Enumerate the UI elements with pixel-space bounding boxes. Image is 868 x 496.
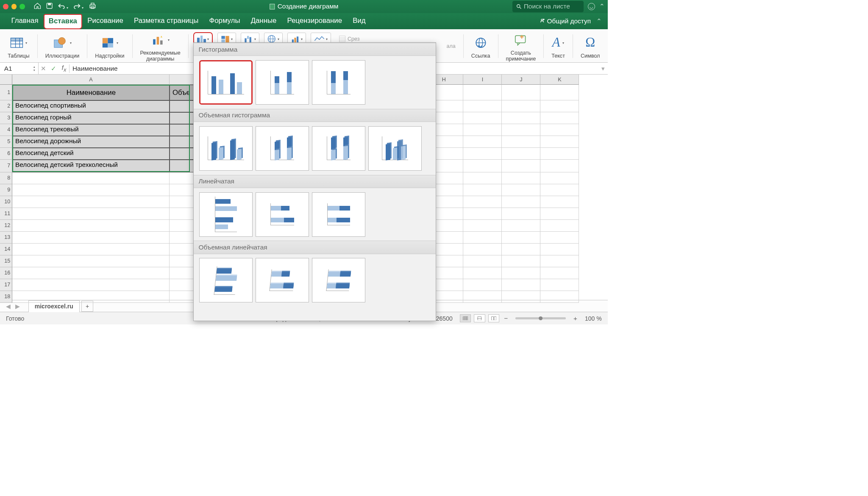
chart-100-stacked-column[interactable] (312, 60, 365, 105)
text-button[interactable]: A▾ Текст (548, 34, 568, 59)
symbol-button[interactable]: Ω Символ (578, 34, 603, 59)
cancel-formula-button[interactable]: ✕ (39, 65, 49, 72)
chart-stacked-column[interactable] (256, 60, 309, 105)
window-zoom-icon[interactable] (19, 4, 25, 9)
cell[interactable] (12, 267, 170, 279)
row-header[interactable]: 3 (0, 112, 12, 124)
view-normal-button[interactable] (460, 314, 471, 323)
cell[interactable] (540, 208, 579, 220)
hyperlink-button[interactable]: Ссылка (468, 34, 493, 59)
tab-review[interactable]: Рецензирование (282, 14, 348, 29)
chart-clustered-column[interactable] (199, 60, 253, 105)
cell[interactable] (502, 196, 540, 208)
cell[interactable] (540, 100, 579, 112)
cell[interactable] (463, 148, 502, 160)
cell[interactable]: Наименование (12, 85, 170, 100)
cell[interactable] (463, 196, 502, 208)
chart-3d-100-stacked-bar[interactable] (312, 258, 365, 302)
cell[interactable] (540, 291, 579, 303)
column-header[interactable]: K (540, 75, 579, 85)
confirm-formula-button[interactable]: ✓ (49, 65, 59, 72)
fx-icon[interactable]: fx (62, 64, 67, 73)
row-header[interactable]: 5 (0, 136, 12, 148)
cell[interactable] (12, 196, 170, 208)
cell[interactable] (463, 244, 502, 255)
share-button[interactable]: Общий доступ ⌃ (538, 17, 602, 29)
cell[interactable]: Велосипед спортивный (12, 100, 170, 112)
cell[interactable] (463, 255, 502, 267)
row-header[interactable]: 6 (0, 148, 12, 160)
cell[interactable] (502, 184, 540, 196)
row-header[interactable]: 16 (0, 267, 12, 279)
cell[interactable] (540, 196, 579, 208)
tab-data[interactable]: Данные (245, 14, 282, 29)
cell[interactable] (12, 244, 170, 255)
cell[interactable] (540, 232, 579, 244)
tab-pagelayout[interactable]: Разметка страницы (128, 14, 203, 29)
cell[interactable] (540, 267, 579, 279)
chart-clustered-bar[interactable] (199, 192, 253, 237)
select-all-corner[interactable] (0, 75, 12, 85)
cell[interactable] (502, 148, 540, 160)
zoom-in-button[interactable]: + (572, 315, 579, 322)
cell[interactable] (12, 208, 170, 220)
cell[interactable] (502, 291, 540, 303)
cell[interactable] (502, 136, 540, 148)
name-box[interactable]: A1 ▴▾ (0, 63, 39, 74)
cell[interactable]: Велосипед дорожный (12, 136, 170, 148)
cell[interactable]: Велосипед детский (12, 148, 170, 160)
cell[interactable] (12, 255, 170, 267)
illustrations-button[interactable]: ▾ Иллюстрации (42, 34, 83, 59)
row-header[interactable]: 15 (0, 255, 12, 267)
tab-insert[interactable]: Вставка (44, 14, 82, 29)
cell[interactable] (540, 244, 579, 255)
cell[interactable] (502, 255, 540, 267)
row-header[interactable]: 11 (0, 208, 12, 220)
cell[interactable] (540, 184, 579, 196)
new-comment-button[interactable]: Создать примечание (503, 31, 539, 62)
cell[interactable] (502, 208, 540, 220)
column-header[interactable]: I (463, 75, 502, 85)
cell[interactable] (502, 160, 540, 172)
cell[interactable] (463, 279, 502, 291)
cell[interactable] (540, 148, 579, 160)
cell[interactable] (463, 85, 502, 100)
chart-stacked-bar[interactable] (256, 192, 309, 237)
cell[interactable] (12, 172, 170, 184)
home-icon[interactable] (34, 3, 41, 11)
save-icon[interactable] (46, 3, 53, 11)
cell[interactable] (12, 232, 170, 244)
cell[interactable] (540, 124, 579, 136)
cell[interactable] (540, 85, 579, 100)
cell[interactable] (463, 291, 502, 303)
search-input[interactable]: Поиск на листе (512, 1, 584, 12)
window-close-icon[interactable] (3, 4, 8, 9)
zoom-slider[interactable] (515, 317, 566, 319)
view-pagelayout-button[interactable] (474, 314, 485, 323)
cell[interactable] (540, 220, 579, 232)
sheet-nav-next[interactable]: ▶ (13, 303, 22, 310)
cell[interactable] (463, 208, 502, 220)
row-header[interactable]: 18 (0, 291, 12, 303)
cell[interactable] (463, 232, 502, 244)
cell[interactable] (463, 112, 502, 124)
cell[interactable]: Велосипед горный (12, 112, 170, 124)
recommended-charts-button[interactable]: ▾ Рекомендуемые диаграммы (137, 31, 183, 62)
cell[interactable] (502, 100, 540, 112)
sheet-nav-prev[interactable]: ◀ (3, 303, 13, 310)
chart-100-stacked-bar[interactable] (312, 192, 365, 237)
zoom-out-button[interactable]: − (502, 315, 509, 322)
tab-draw[interactable]: Рисование (82, 14, 129, 29)
row-header[interactable]: 13 (0, 232, 12, 244)
cell[interactable] (502, 112, 540, 124)
row-header[interactable]: 4 (0, 124, 12, 136)
cell[interactable] (463, 124, 502, 136)
cell[interactable] (540, 112, 579, 124)
feedback-icon[interactable]: ◡ (588, 3, 595, 10)
redo-icon[interactable]: ▾ (73, 3, 83, 11)
row-header[interactable]: 2 (0, 100, 12, 112)
cell[interactable] (463, 100, 502, 112)
tab-view[interactable]: Вид (348, 14, 371, 29)
cell[interactable] (502, 244, 540, 255)
cell[interactable] (12, 220, 170, 232)
